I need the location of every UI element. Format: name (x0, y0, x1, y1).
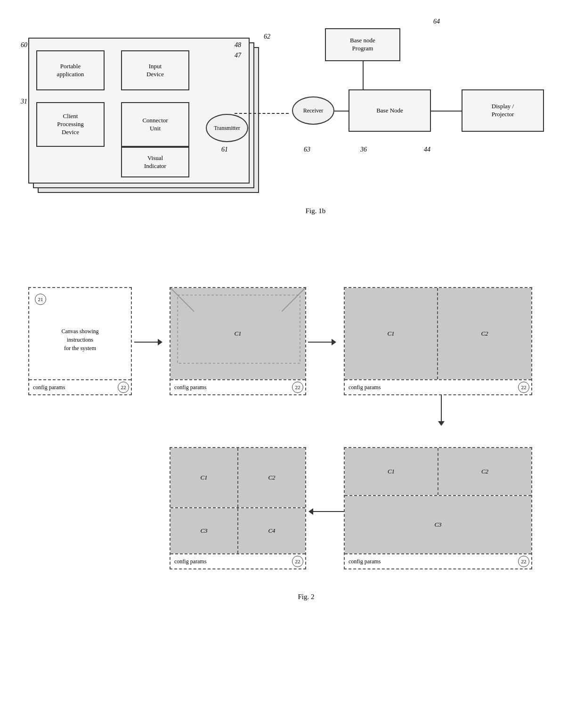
box5-top-row: C1 C2 (345, 448, 531, 496)
fig2-box4: C1 C2 C3 C4 config params 22 (170, 447, 306, 569)
input-device-label: InputDevice (146, 63, 164, 79)
c2-label-box3: C2 (481, 330, 488, 337)
ref-64: 64 (433, 18, 440, 25)
arrow-3-5-head (438, 421, 445, 426)
ref-44: 44 (424, 146, 430, 153)
fig1b-diagram: Portableapplication InputDevice ClientPr… (14, 19, 570, 226)
ref-48: 48 (235, 41, 241, 49)
display-projector-label: Display /Projector (492, 103, 514, 119)
receiver-label: Receiver (303, 107, 324, 114)
svg-rect-2 (178, 295, 300, 363)
fig2-box3: C1 C2 config params 22 (344, 287, 532, 395)
config-params-label-1: config params (33, 384, 65, 391)
transmitter-label: Transmitter (214, 125, 240, 132)
arrow-5-4 (308, 508, 344, 515)
box4-c4: C4 (238, 508, 305, 553)
config-bar-4: config params 22 (170, 553, 305, 568)
box5-c1: C1 (345, 448, 438, 495)
device-stack: Portableapplication InputDevice ClientPr… (28, 38, 259, 198)
c4-label-box4: C4 (268, 527, 275, 535)
canvas-text: Canvas showinginstructionsfor the system (62, 327, 99, 352)
base-node-program-label: Base nodeProgram (350, 37, 375, 53)
box3-c2: C2 (438, 288, 531, 379)
config-bar-2: config params 22 (170, 379, 305, 394)
box4-c3: C3 (170, 508, 238, 553)
box4-c2: C2 (238, 448, 305, 507)
ref-60: 60 (21, 41, 27, 49)
box4-c1: C1 (170, 448, 238, 507)
fig2-box5: C1 C2 C3 config params 22 (344, 447, 532, 569)
box3-c1: C1 (345, 288, 438, 379)
ref-21-circle: 21 (35, 294, 46, 305)
ref-22-circle-5: 22 (518, 556, 529, 567)
arrow-5-4-head (308, 508, 313, 515)
visual-indicator-box: VisualIndicator (121, 147, 189, 177)
ref-31: 31 (21, 98, 27, 105)
config-bar-5: config params 22 (345, 553, 531, 568)
ref-47: 47 (235, 52, 241, 59)
ref-62: 62 (264, 33, 270, 40)
node-to-display-line (431, 111, 462, 112)
ref-22-circle-2: 22 (292, 382, 303, 393)
visual-indicator-label: VisualIndicator (144, 154, 166, 170)
connector-unit-box: ConnectorUnit (121, 102, 189, 147)
display-projector-box: Display /Projector (462, 89, 544, 132)
client-processing-label: ClientProcessingDevice (57, 112, 83, 136)
portable-app-box: Portableapplication (36, 50, 105, 90)
config-bar-1: config params 22 (29, 379, 131, 394)
arrow-3-5 (438, 395, 445, 426)
svg-line-0 (170, 288, 194, 312)
stack-layer-front: Portableapplication InputDevice ClientPr… (28, 38, 250, 184)
ref-61: 61 (221, 146, 228, 153)
c3-label-box4: C3 (200, 527, 207, 535)
transmitter-receiver-line (235, 113, 289, 114)
portable-app-label: Portableapplication (57, 63, 84, 79)
arrow-1-2-head (158, 339, 162, 345)
box4-top-row: C1 C2 (170, 448, 305, 508)
fig2-box1: 21 Canvas showinginstructionsfor the sys… (28, 287, 132, 395)
c1-label-box5: C1 (388, 468, 395, 475)
ref-22-circle-3: 22 (518, 382, 529, 393)
base-node-box: Base Node (349, 89, 431, 132)
box5-c3: C3 (345, 496, 531, 553)
ref-63: 63 (304, 146, 310, 153)
fig2-diagram: 21 Canvas showinginstructionsfor the sys… (14, 264, 570, 687)
svg-line-1 (282, 288, 305, 312)
fig2-caption: Fig. 2 (245, 593, 367, 601)
config-params-label-5: config params (349, 558, 381, 565)
ref-22-circle-4: 22 (292, 556, 303, 567)
arrow-5-4-line (313, 511, 344, 512)
input-device-box: InputDevice (121, 50, 189, 90)
config-params-label-3: config params (349, 384, 381, 391)
arrow-2-3 (308, 339, 336, 345)
arrow-1-2-line (134, 342, 158, 343)
c2-label-box5: C2 (481, 468, 488, 475)
box4-bottom-row: C3 C4 (170, 508, 305, 553)
c3-label-box5: C3 (434, 521, 441, 528)
config-params-label-4: config params (174, 558, 206, 565)
config-params-label-2: config params (174, 384, 206, 391)
ref-22-circle-1: 22 (118, 382, 129, 393)
c2-label-box4: C2 (268, 474, 275, 481)
receiver-ellipse: Receiver (292, 96, 334, 125)
transmitter-ellipse: Transmitter (206, 114, 248, 142)
arrow-2-3-line (308, 342, 332, 343)
program-to-node-line (363, 61, 364, 89)
c1-label-box4: C1 (200, 474, 207, 481)
right-area: 64 Base nodeProgram Receiver Base Node D… (287, 28, 570, 198)
receiver-to-node-line (334, 111, 349, 112)
c1-label-box2: C1 (234, 330, 241, 337)
canvas-text-area: Canvas showinginstructionsfor the system (29, 307, 131, 373)
box5-c2: C2 (438, 448, 531, 495)
base-node-program-box: Base nodeProgram (325, 28, 400, 61)
fig2-box2: C1 config params 22 (170, 287, 306, 395)
config-bar-3: config params 22 (345, 379, 531, 394)
connector-unit-label: ConnectorUnit (142, 117, 168, 133)
base-node-label: Base Node (376, 107, 403, 115)
c1-label-box3: C1 (387, 330, 394, 337)
arrow-1-2 (134, 339, 162, 345)
fig1b-caption: Fig. 1b (268, 207, 363, 215)
ref21-area: 21 (35, 294, 46, 305)
ref-36: 36 (360, 146, 367, 153)
box2-shaded: C1 (170, 288, 305, 379)
